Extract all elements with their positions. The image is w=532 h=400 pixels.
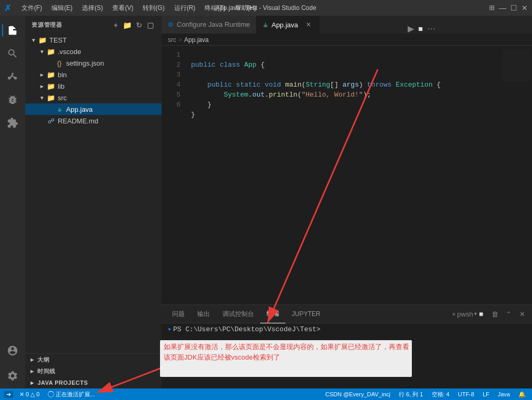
tree-lib[interactable]: ► 📁 lib [25, 80, 162, 92]
menu-select[interactable]: 选择(S) [78, 3, 107, 14]
language-item[interactable]: Java [496, 391, 512, 397]
bin-folder-icon: 📁 [46, 70, 56, 79]
tab-appjava-close[interactable]: ✕ [304, 20, 313, 29]
credit-text: CSDN @Every_DAV_incj [325, 391, 390, 397]
minimize-button[interactable]: — [499, 4, 506, 12]
tree-readme[interactable]: ☍ README.md [25, 115, 162, 127]
terminal-dropdown[interactable]: pwsh ▼ [462, 308, 473, 320]
vscode-logo: ✗ [4, 3, 11, 13]
bin-label: bin [58, 71, 162, 79]
notifications-item[interactable]: 🔔 [516, 391, 528, 398]
spaces-text: 空格: 4 [432, 391, 450, 398]
panel-tabs: 问题 输出 调试控制台 终端 JUPYTER + pwsh ▼ ◽ 🗑 ⌃ [162, 305, 532, 323]
warning-icon: △ [30, 391, 35, 398]
error-count: 0 [26, 391, 29, 397]
root-chevron: ▼ [29, 36, 38, 44]
java-projects-label: JAVA PROJECTS [37, 380, 88, 386]
new-folder-button[interactable]: 📁 [123, 20, 132, 30]
search-icon[interactable] [2, 43, 23, 64]
tab-configure-java[interactable]: ⚙ Configure Java Runtime [162, 16, 257, 34]
editor-panel-wrapper: 1 2 3 4 5 6 public class App { public st… [162, 46, 532, 388]
menu-file[interactable]: 文件(F) [17, 3, 46, 14]
code-editor[interactable]: 1 2 3 4 5 6 public class App { public st… [162, 46, 532, 304]
menu-goto[interactable]: 转到(G) [139, 3, 168, 14]
vscode-chevron: ▼ [38, 47, 46, 56]
explorer-icon[interactable] [2, 20, 23, 41]
breadcrumb-src: src [168, 36, 176, 44]
close-button[interactable]: ✕ [522, 4, 528, 12]
root-folder-icon: 📁 [38, 35, 47, 45]
minimap-content [503, 50, 530, 81]
terminal-prompt: ● PS C:\Users\PC\Desktop\VscodeJ\Test> [168, 325, 526, 333]
status-bar-left: ➜ ✕ 0 △ 0 正在激活扩展... [4, 391, 97, 398]
remote-icon: ➜ [6, 391, 11, 398]
tree-vscode[interactable]: ▼ 📁 .vscode [25, 46, 162, 57]
encoding-item[interactable]: UTF-8 [456, 391, 476, 397]
outline-panel[interactable]: ► 大纲 [25, 354, 162, 365]
code-content[interactable]: public class App { public static void ma… [187, 46, 501, 304]
sidebar-actions: + 📁 ↻ ▢ [111, 20, 155, 30]
extensions-icon[interactable] [2, 112, 23, 133]
readme-label: README.md [58, 117, 162, 125]
java-projects-panel[interactable]: ► JAVA PROJECTS [25, 377, 162, 388]
new-file-button[interactable]: + [111, 20, 121, 30]
remote-indicator[interactable]: ➜ [4, 391, 13, 398]
spaces-item[interactable]: 空格: 4 [430, 391, 452, 398]
tree-appjava[interactable]: ⚶ App.java [25, 103, 162, 115]
tree-settings[interactable]: {} settings.json [25, 57, 162, 69]
panel-tab-debug[interactable]: 调试控制台 [216, 305, 260, 323]
status-bar-right: CSDN @Every_DAV_incj 行 6, 列 1 空格: 4 UTF-… [323, 391, 528, 398]
line-col-text: 行 6, 列 1 [399, 391, 423, 398]
tab-appjava[interactable]: ⚶ App.java ✕ [257, 16, 320, 34]
line-ending-item[interactable]: LF [481, 391, 492, 397]
run-button[interactable]: ▶ [408, 24, 414, 34]
panel-content[interactable]: ● PS C:\Users\PC\Desktop\VscodeJ\Test> [162, 323, 532, 388]
appjava-label: App.java [66, 106, 162, 113]
status-bar: ➜ ✕ 0 △ 0 正在激活扩展... CSDN @Every_DAV_incj… [0, 388, 532, 400]
settings-label: settings.json [66, 59, 162, 67]
settings-icon[interactable] [2, 365, 23, 386]
collapse-all-button[interactable]: ▢ [146, 20, 155, 30]
window-title: App.java - Test - Visual Studio Code [216, 4, 316, 12]
split-editor-button[interactable]: ◽ [416, 25, 425, 33]
tree-src[interactable]: ▼ 📁 src [25, 92, 162, 103]
settings-json-icon: {} [55, 58, 64, 68]
panel-tab-output[interactable]: 输出 [191, 305, 216, 323]
src-folder-icon: 📁 [46, 93, 56, 102]
maximize-panel-button[interactable]: ⌃ [503, 308, 514, 320]
sidebar-bottom: ► 大纲 ► 时间线 ► JAVA PROJECTS [25, 353, 162, 388]
accounts-icon[interactable] [2, 340, 23, 361]
panel-area: 问题 输出 调试控制台 终端 JUPYTER + pwsh ▼ ◽ 🗑 ⌃ [162, 304, 532, 388]
minimap [501, 46, 532, 304]
panel-tab-problems[interactable]: 问题 [166, 305, 191, 323]
timeline-label: 时间线 [37, 367, 56, 375]
kill-terminal-button[interactable]: 🗑 [489, 308, 501, 320]
menu-run[interactable]: 运行(R) [170, 3, 200, 14]
line-col-item[interactable]: 行 6, 列 1 [397, 391, 425, 398]
errors-indicator[interactable]: ✕ 0 △ 0 [17, 391, 41, 398]
timeline-panel[interactable]: ► 时间线 [25, 365, 162, 377]
appjava-icon: ⚶ [55, 104, 64, 114]
breadcrumb: src > App.java [162, 34, 532, 46]
file-tree: ▼ 📁 TEST ▼ 📁 .vscode {} settings.json ► … [25, 34, 162, 353]
terminal-prompt-icon: ● [168, 327, 171, 332]
bin-chevron: ► [38, 70, 46, 79]
encoding-text: UTF-8 [458, 391, 474, 397]
language-text: Java [498, 391, 510, 397]
git-icon[interactable] [2, 66, 23, 87]
debug-icon[interactable] [2, 89, 23, 110]
menu-view[interactable]: 查看(V) [108, 3, 137, 14]
panel-tab-terminal[interactable]: 终端 [260, 305, 285, 323]
tree-root[interactable]: ▼ 📁 TEST [25, 34, 162, 46]
maximize-button[interactable]: ☐ [510, 4, 517, 12]
terminal-prompt-text: PS C:\Users\PC\Desktop\VscodeJ\Test> [173, 325, 321, 333]
close-panel-button[interactable]: ✕ [516, 308, 528, 320]
more-actions-button[interactable]: ⋯ [427, 24, 435, 34]
split-terminal-button[interactable]: ◽ [475, 308, 487, 320]
refresh-button[interactable]: ↻ [134, 20, 144, 30]
spinner-item[interactable]: 正在激活扩展... [46, 391, 97, 398]
menu-edit[interactable]: 编辑(E) [47, 3, 77, 14]
panel-tab-jupyter[interactable]: JUPYTER [285, 305, 327, 323]
lib-folder-icon: 📁 [46, 81, 56, 91]
tree-bin[interactable]: ► 📁 bin [25, 69, 162, 80]
